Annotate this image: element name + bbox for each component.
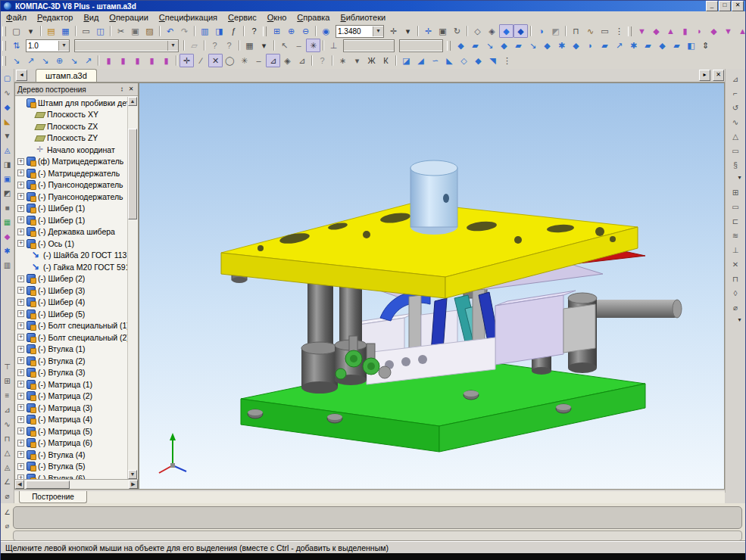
tree-expand-icon[interactable] — [17, 287, 24, 294]
tree-item[interactable]: (-) Втулка (2) — [16, 355, 128, 367]
fastener-lib-2[interactable]: ▰ — [468, 39, 482, 52]
cut[interactable]: ✂ — [114, 24, 128, 38]
param-combo-2[interactable] — [399, 39, 443, 52]
tree-item[interactable]: (-) Матрица (2) — [16, 390, 128, 403]
snap-quadrant[interactable]: ✳ — [237, 54, 251, 67]
property-mini-icon-1[interactable]: ∠ — [2, 508, 12, 518]
element-tool-2[interactable]: ▭ — [729, 201, 742, 213]
property-bar[interactable] — [13, 506, 742, 529]
dof-k[interactable]: К — [379, 54, 393, 67]
tree-pin-icon[interactable]: ↨ — [117, 85, 126, 94]
zoom-scale-input[interactable] — [336, 26, 373, 36]
tree-item[interactable]: (-) Шибер (5) — [16, 308, 128, 320]
zoom-scale-combo[interactable]: ▾ — [336, 25, 384, 38]
grid[interactable]: ▦ — [242, 39, 257, 52]
library-part-1[interactable]: ▼ — [635, 24, 649, 38]
library-part-5[interactable]: ◗ — [692, 24, 707, 38]
orientation-dropdown[interactable]: ▾ — [401, 24, 415, 38]
snap-nearest[interactable]: ✛ — [179, 54, 194, 67]
point-tool[interactable]: ∗ — [336, 54, 350, 67]
style-input[interactable] — [75, 41, 167, 51]
model-canvas[interactable] — [139, 83, 724, 490]
compact-plane[interactable]: ▥ — [1, 259, 14, 272]
tree-expand-icon[interactable] — [17, 205, 24, 212]
toolbar-grip[interactable] — [2, 56, 6, 66]
tree-expand-icon[interactable] — [17, 404, 24, 411]
dash-mode[interactable]: ‒ — [292, 39, 306, 52]
model-cylinder[interactable] — [410, 160, 457, 235]
style-dropdown-icon[interactable]: ▾ — [167, 41, 178, 51]
zoom-window[interactable]: ⊞ — [270, 24, 284, 38]
tree-item[interactable]: Штамп для пробивки деталей — [16, 97, 128, 109]
tree-expand-icon[interactable] — [17, 275, 24, 282]
snap-none[interactable]: ‒ — [251, 54, 266, 67]
compact-diameter[interactable]: ⌀ — [1, 490, 14, 502]
snap-normal[interactable]: ⊿ — [295, 54, 309, 67]
fastener-lib-8[interactable]: ✱ — [554, 39, 569, 52]
context-help[interactable]: ? — [247, 24, 261, 38]
tab-scroll-right-icon[interactable]: ▸ — [699, 70, 710, 81]
surface-tool-6[interactable]: ◆ — [471, 54, 485, 67]
scroll-down-icon[interactable]: ▼ — [128, 470, 137, 479]
screw-tool-2[interactable]: ↗ — [23, 54, 38, 67]
surface-tool-7[interactable]: ◥ — [485, 54, 500, 67]
tree-item[interactable]: (-) Матрицедержатель — [16, 167, 128, 179]
snap-middle[interactable]: ∕ — [194, 54, 208, 67]
tree-expand-icon[interactable] — [17, 182, 24, 188]
tree-item[interactable]: (-) Пуансонодержатель — [16, 191, 128, 203]
fastener-lib-14[interactable]: ▰ — [641, 39, 655, 52]
element-tool-8[interactable]: ◊ — [729, 287, 742, 300]
bushing-3[interactable]: ▮ — [130, 54, 145, 67]
new-document[interactable]: ▢ — [9, 24, 23, 38]
fastener-lib-1[interactable]: ◆ — [454, 39, 468, 52]
compact-triangle[interactable]: △ — [1, 446, 14, 459]
tree-panel-header[interactable]: Дерево построения ↨ ✕ — [15, 83, 138, 96]
separator[interactable] — [204, 40, 205, 51]
tree-item[interactable]: Плоскость XY — [16, 109, 128, 121]
rail-overflow-icon[interactable]: ▾ — [730, 174, 741, 181]
separator[interactable] — [332, 55, 333, 66]
measure-tool-6[interactable]: ▭ — [729, 145, 742, 157]
separator[interactable] — [176, 55, 177, 66]
menu-item[interactable]: Файл — [1, 12, 32, 23]
section-view[interactable]: ⊓ — [569, 24, 583, 38]
print[interactable]: ▭ — [79, 24, 93, 38]
element-tool-9[interactable]: ⌀ — [729, 301, 742, 314]
tree-item[interactable]: (ф) Матрицедержатель — [16, 156, 128, 168]
separator[interactable] — [75, 26, 76, 36]
library-part-4[interactable]: ▮ — [678, 24, 692, 38]
tree-expand-icon[interactable] — [17, 346, 24, 353]
fastener-lib-4[interactable]: ◆ — [497, 39, 511, 52]
element-tool-4[interactable]: ≋ — [729, 229, 742, 242]
line-weight-combo[interactable]: ▾ — [26, 39, 70, 52]
element-tool-7[interactable]: ⊓ — [729, 272, 742, 285]
paste[interactable]: ▨ — [142, 24, 157, 38]
menu-item[interactable]: Сервис — [223, 12, 262, 23]
separator[interactable] — [243, 26, 245, 36]
compact-table[interactable]: ⊞ — [1, 375, 14, 387]
snap-grid[interactable]: ◈ — [280, 54, 295, 67]
expression-fx[interactable]: ƒ — [226, 24, 241, 38]
point-dropdown[interactable]: ▾ — [350, 54, 364, 67]
view-overflow[interactable]: ⋮ — [612, 24, 626, 38]
screw-tool-4[interactable]: ↘ — [67, 54, 81, 67]
print-preview[interactable]: ◫ — [93, 24, 108, 38]
library-part-8[interactable]: ▲ — [735, 24, 746, 38]
tree-expand-icon[interactable] — [17, 322, 24, 329]
scroll-thumb[interactable] — [128, 129, 137, 219]
bushing-5[interactable]: ▮ — [159, 54, 173, 67]
tree-item[interactable]: (-) Шайба 20 ГОСТ 11371-78 — [16, 250, 128, 262]
compact-fillet[interactable]: ▼ — [1, 129, 14, 142]
shaded-with-edges[interactable]: ◆ — [513, 24, 528, 38]
tree-item[interactable]: (-) Матрица (5) — [16, 425, 128, 437]
compact-surface[interactable]: ▦ — [1, 216, 14, 229]
tree-item[interactable]: (-) Державка шибера — [16, 226, 128, 238]
dof-zh[interactable]: Ж — [364, 54, 379, 67]
library-part-6[interactable]: ◆ — [707, 24, 721, 38]
rotate-frame[interactable]: ▣ — [435, 24, 450, 38]
separator[interactable] — [467, 26, 468, 36]
param-input-1[interactable] — [344, 41, 394, 51]
toolbar-grip[interactable] — [628, 26, 632, 36]
library-part-2[interactable]: ◆ — [649, 24, 663, 38]
separator[interactable] — [183, 40, 185, 51]
